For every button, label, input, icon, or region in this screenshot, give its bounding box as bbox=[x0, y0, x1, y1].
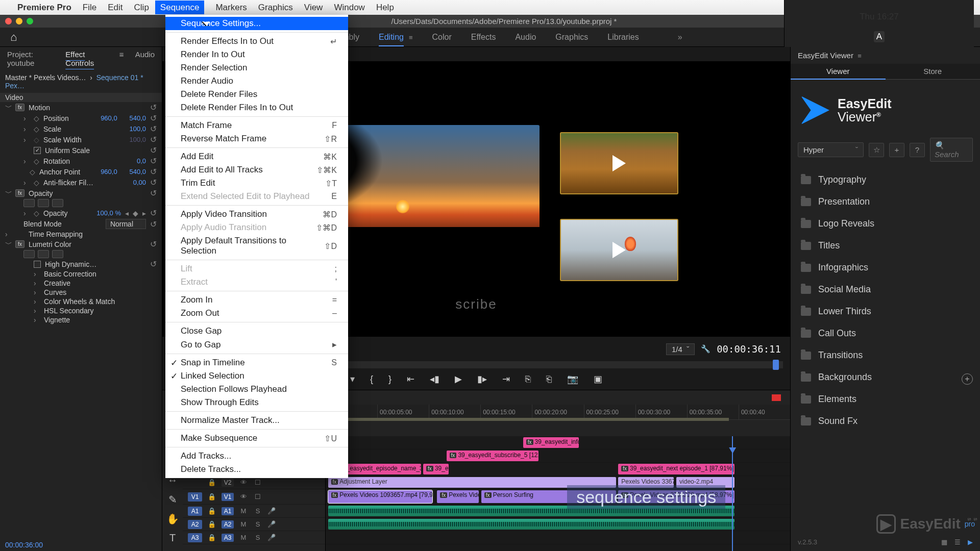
traffic-lights[interactable] bbox=[5, 18, 33, 24]
clip[interactable]: fx39_easyedit_info bars_ bbox=[523, 437, 579, 448]
category-presentation[interactable]: Presentation bbox=[794, 191, 977, 213]
workspace-color[interactable]: Color bbox=[432, 33, 452, 41]
tab-viewer[interactable]: Viewer bbox=[791, 64, 886, 80]
keyframe-icon[interactable]: ◇ bbox=[34, 114, 39, 122]
menu-item-delete-tracks[interactable]: Delete Tracks... bbox=[165, 463, 348, 476]
menu-item-show-through-edits[interactable]: Show Through Edits bbox=[165, 396, 348, 409]
menu-item-apply-video-transition[interactable]: Apply Video Transition⌘D bbox=[165, 208, 348, 221]
menu-item-render-effects-in-to-out[interactable]: Render Effects In to Out↵ bbox=[165, 35, 348, 48]
clip[interactable]: fx39_easyedit_next episode_1 [87,91%] bbox=[618, 464, 734, 474]
category-call-outs[interactable]: Call Outs bbox=[794, 322, 977, 344]
menu-item-zoom-in[interactable]: Zoom In= bbox=[165, 293, 348, 307]
menu-item-delete-render-files-in-to-out[interactable]: Delete Render Files In to Out bbox=[165, 101, 348, 114]
export-frame-icon[interactable]: 📷 bbox=[567, 373, 578, 385]
category-infographics[interactable]: Infographics bbox=[794, 257, 977, 279]
audio-clip[interactable] bbox=[328, 519, 734, 530]
hdr-checkbox[interactable] bbox=[34, 261, 41, 268]
category-titles[interactable]: Titles bbox=[794, 235, 977, 257]
preview-thumb-2[interactable] bbox=[560, 219, 678, 281]
kf-prev-icon[interactable]: ◂ bbox=[125, 209, 129, 217]
mic-icon[interactable]: 🎤 bbox=[267, 534, 276, 541]
play-icon[interactable]: ▶ bbox=[455, 373, 462, 385]
menu-item-zoom-out[interactable]: Zoom Out– bbox=[165, 307, 348, 320]
menu-view[interactable]: View bbox=[304, 3, 323, 12]
audio-clip[interactable] bbox=[328, 506, 734, 516]
menu-item-close-gap[interactable]: Close Gap bbox=[165, 324, 348, 338]
grid-view-icon[interactable]: ▦ bbox=[941, 538, 947, 546]
clip[interactable]: fxPerson Surfing bbox=[481, 490, 616, 503]
menu-item-go-to-gap[interactable]: Go to Gap bbox=[165, 338, 348, 352]
mask-shape-buttons[interactable] bbox=[23, 199, 63, 207]
menu-item-add-edit-to-all-tracks[interactable]: Add Edit to All Tracks⇧⌘K bbox=[165, 163, 348, 177]
lock-icon[interactable]: 🔒 bbox=[207, 493, 216, 500]
menu-item-match-frame[interactable]: Match FrameF bbox=[165, 119, 348, 132]
step-back-icon[interactable]: ◂▮ bbox=[430, 373, 439, 385]
blend-mode-select[interactable]: Normal bbox=[106, 219, 146, 229]
reset-icon[interactable]: ↺ bbox=[150, 103, 157, 112]
tab-effect-controls[interactable]: Effect Controls bbox=[65, 50, 108, 67]
toggle-output-icon[interactable]: 👁 bbox=[239, 493, 248, 500]
overflow-icon[interactable]: » bbox=[678, 33, 682, 42]
menu-markers[interactable]: Markers bbox=[215, 3, 247, 12]
mark-in-icon[interactable]: { bbox=[370, 374, 373, 385]
menu-sequence[interactable]: Sequence bbox=[155, 1, 205, 14]
clip[interactable]: fxPexels Videos bbox=[437, 490, 479, 503]
go-to-in-icon[interactable]: ⇤ bbox=[407, 373, 414, 385]
menu-clip[interactable]: Clip bbox=[134, 3, 149, 12]
category-sound-fx[interactable]: Sound Fx bbox=[794, 410, 977, 432]
menu-item-normalize-master-track[interactable]: Normalize Master Track... bbox=[165, 414, 348, 427]
add-icon[interactable]: + bbox=[889, 143, 904, 157]
user-badge[interactable]: A bbox=[874, 31, 885, 42]
search-input[interactable]: 🔍 Search bbox=[930, 138, 973, 162]
workspace-editing[interactable]: Editing bbox=[379, 33, 404, 46]
menu-file[interactable]: File bbox=[83, 3, 96, 12]
help-icon[interactable]: ? bbox=[910, 143, 925, 157]
settings-icon[interactable]: 🔧 bbox=[701, 344, 710, 354]
menu-item-selection-follows-playhead[interactable]: Selection Follows Playhead bbox=[165, 383, 348, 396]
program-timecode[interactable]: 00:00:36:11 bbox=[717, 343, 781, 355]
effect-lumetri[interactable]: Lumetri Color bbox=[29, 240, 146, 248]
mic-icon[interactable]: 🎤 bbox=[267, 520, 276, 528]
category-elements[interactable]: Elements bbox=[794, 388, 977, 410]
category-logo-reveals[interactable]: Logo Reveals bbox=[794, 213, 977, 235]
workspace-effects[interactable]: Effects bbox=[471, 33, 496, 41]
menu-graphics[interactable]: Graphics bbox=[258, 3, 293, 12]
menu-item-add-edit[interactable]: Add Edit⌘K bbox=[165, 150, 348, 163]
favorite-icon[interactable]: ☆ bbox=[869, 143, 884, 157]
preset-select[interactable]: Hyperˇ bbox=[798, 142, 864, 157]
hand-tool-icon[interactable]: ✋ bbox=[166, 513, 179, 525]
timeline-playhead[interactable] bbox=[732, 436, 733, 551]
workspace-audio[interactable]: Audio bbox=[515, 33, 536, 41]
compare-icon[interactable]: ▣ bbox=[594, 373, 602, 385]
menu-item-add-tracks[interactable]: Add Tracks... bbox=[165, 449, 348, 463]
menu-item-reverse-match-frame[interactable]: Reverse Match Frame⇧R bbox=[165, 132, 348, 145]
effect-time-remapping[interactable]: Time Remapping bbox=[29, 230, 157, 238]
list-view-icon[interactable]: ☰ bbox=[954, 538, 961, 546]
app-name[interactable]: Premiere Pro bbox=[17, 3, 71, 13]
menu-window[interactable]: Window bbox=[334, 3, 364, 12]
tab-project[interactable]: Project: youtube bbox=[7, 50, 54, 67]
workspace-menu-icon[interactable]: ≡ bbox=[409, 34, 413, 41]
menu-help[interactable]: Help bbox=[376, 3, 394, 12]
menu-item-trim-edit[interactable]: Trim Edit⇧T bbox=[165, 177, 348, 190]
category-social-media[interactable]: Social Media bbox=[794, 279, 977, 300]
effect-motion[interactable]: Motion bbox=[29, 104, 146, 112]
category-backgrounds[interactable]: Backgrounds bbox=[794, 366, 977, 388]
master-clip-crumb[interactable]: Master * Pexels Videos… bbox=[5, 73, 86, 82]
category-transitions[interactable]: Transitions bbox=[794, 344, 977, 366]
in-out-range[interactable] bbox=[326, 418, 729, 421]
mark-out-icon[interactable]: } bbox=[388, 374, 391, 385]
clip[interactable]: fx39_easyedit_subscribe_5 [121,83%] bbox=[447, 450, 538, 461]
preview-thumb-1[interactable] bbox=[560, 132, 678, 194]
playhead-handle[interactable] bbox=[773, 360, 779, 370]
menu-item-delete-render-files[interactable]: Delete Render Files bbox=[165, 88, 348, 101]
kf-next-icon[interactable]: ▸ bbox=[142, 209, 146, 217]
panel-menu-icon[interactable]: ≡ bbox=[857, 52, 862, 60]
clip[interactable]: fxPexels Videos 2796228.mp4 [58,97%] bbox=[618, 490, 734, 503]
workspace-graphics[interactable]: Graphics bbox=[555, 33, 588, 41]
tab-audio[interactable]: Audio bbox=[135, 50, 155, 67]
clip[interactable]: video-2.mp4 bbox=[676, 477, 734, 488]
panel-title[interactable]: EasyEdit Viewer bbox=[798, 51, 853, 60]
clip[interactable]: fx39_eas bbox=[423, 464, 449, 474]
clip[interactable]: fxAdjustment Layer bbox=[328, 477, 616, 488]
